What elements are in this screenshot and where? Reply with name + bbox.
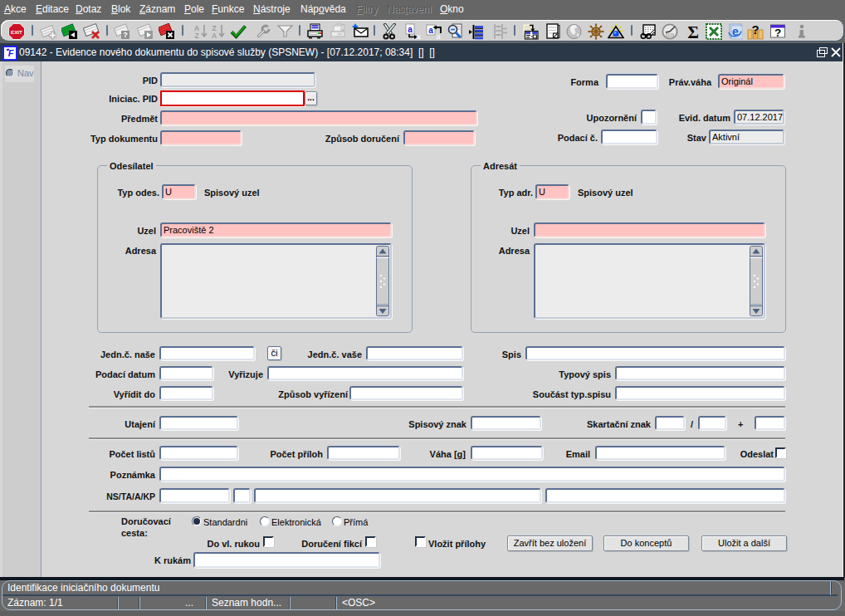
svg-text:?: ? [751,23,759,37]
svg-text:?: ? [774,27,781,39]
svg-text:EXIT: EXIT [11,29,22,35]
svg-text:13:15: 13:15 [667,34,674,37]
svg-text:a: a [436,32,441,40]
svg-text:a: a [428,26,433,35]
svg-text:Σ: Σ [687,23,699,40]
svg-text:a: a [416,32,421,40]
svg-text:A: A [212,32,217,40]
svg-text:?: ? [123,31,128,39]
svg-text:Z: Z [194,32,198,40]
svg-text:a: a [408,25,413,34]
